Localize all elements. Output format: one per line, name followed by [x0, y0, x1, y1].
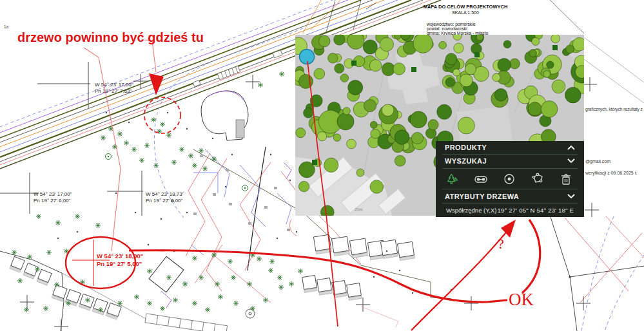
terraced-buildings: [145, 314, 228, 331]
side-note-3: weryfikacji z 09.06.2025 r.: [585, 171, 638, 176]
coord-label-3-lat: W 54° 23' 18,73": [146, 191, 184, 197]
viewer-scale-label: 20m: [355, 207, 363, 212]
section-label: ATRYBUTY DRZEWA: [445, 193, 519, 200]
panel-section-wyszukaj[interactable]: WYSZUKAJ: [436, 155, 584, 167]
screenshot-root: 1a W 54° 23' 17,00" Pn 19° 27' 7,63" W 5…: [0, 0, 644, 331]
tree-icon: [447, 173, 460, 185]
panel-section-produkty[interactable]: PRODUKTY: [436, 141, 584, 154]
side-notes: graficznych, których rezultaty z @gmail.…: [585, 107, 643, 176]
coordinates-label: Współrzędne (Y,X): [446, 207, 497, 214]
side-panel: PRODUKTY WYSZUKAJ: [436, 141, 584, 217]
section-label: PRODUKTY: [445, 144, 487, 151]
tree-tool-button[interactable]: [445, 171, 461, 187]
chevron-down-icon: [567, 194, 575, 199]
coord-label-2-lat: W 54° 23' 17,00": [34, 191, 72, 197]
coordinates-value: 19° 27' 05" N 54° 23' 18" E: [498, 207, 574, 214]
chevron-up-icon: [567, 145, 575, 150]
selected-tree-marker[interactable]: [300, 50, 315, 64]
chevron-down-icon: [567, 158, 575, 164]
trash-icon: [559, 172, 573, 186]
delete-tool-button[interactable]: [558, 171, 574, 187]
coordinates-row[interactable]: Współrzędne (Y,X) 19° 27' 05" N 54° 23' …: [436, 203, 584, 217]
lasso-icon: [531, 172, 545, 186]
title-block: MAPA DO CELÓW PROJEKTOWYCH SKALA 1:500 w…: [424, 4, 508, 36]
point-icon: [502, 172, 516, 186]
point-select-tool-button[interactable]: [501, 171, 518, 187]
coord-label-1-lat: W 54° 23' 17,00": [95, 82, 133, 88]
map-scale: SKALA 1:500: [452, 10, 479, 15]
side-note-1: graficznych, których rezultaty z: [585, 107, 643, 112]
coord-label-2-lon: Pn 19° 27' 6,00": [34, 198, 71, 203]
section-label: WYSZUKAJ: [445, 157, 487, 165]
link-icon: [474, 172, 488, 186]
side-note-2: @gmail.com: [585, 159, 610, 164]
measure-link-tool-button[interactable]: [473, 171, 489, 187]
corner-label: 1a: [4, 24, 9, 29]
house-outline: [149, 256, 184, 292]
map-title: MAPA DO CELÓW PROJEKTOWYCH: [424, 4, 508, 10]
tool-bar: [436, 169, 584, 189]
panel-section-atrybuty[interactable]: ATRYBUTY DRZEWA: [436, 189, 584, 202]
lasso-tool-button[interactable]: [529, 171, 546, 187]
coord-label-3-lon: Pn 19° 27' 6,00": [146, 198, 183, 203]
coord-label-1-lon: Pn 19° 27' 7,63": [95, 88, 132, 94]
